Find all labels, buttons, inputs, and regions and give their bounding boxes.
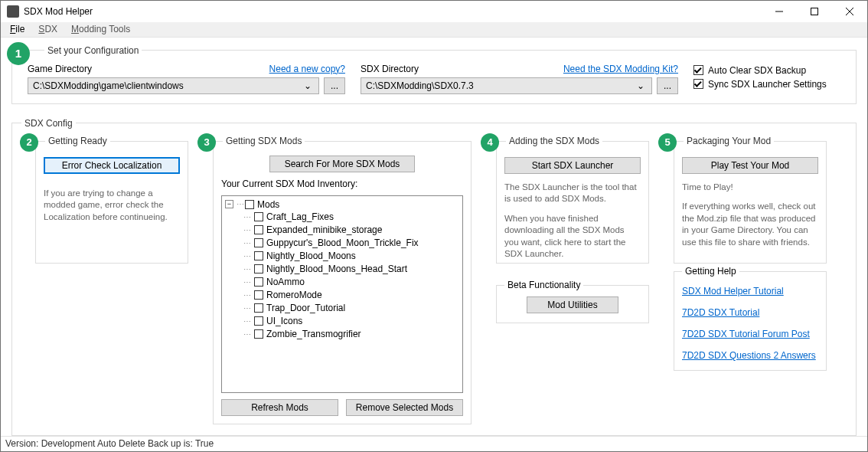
step-badge-4: 4 xyxy=(481,133,499,152)
close-button[interactable] xyxy=(832,1,867,22)
step-badge-1: 1 xyxy=(7,42,30,65)
sdx-directory-label: SDX Directory xyxy=(361,64,419,74)
tree-connector-icon: ⋯ xyxy=(243,291,251,300)
tree-item-label: Nightly_Blood_Moons xyxy=(266,251,356,261)
refresh-mods-button[interactable]: Refresh Mods xyxy=(221,399,338,416)
checkbox-icon[interactable] xyxy=(254,316,263,326)
step4-help2: When you have finished downloading all t… xyxy=(504,213,641,260)
need-kit-link[interactable]: Need the SDX Modding Kit? xyxy=(563,64,678,74)
menu-bar: File SDX Modding Tools xyxy=(1,22,867,38)
start-sdx-launcher-button[interactable]: Start SDX Launcher xyxy=(504,157,641,174)
tree-item[interactable]: ⋯Nightly_Blood_Moons_Head_Start xyxy=(243,263,459,276)
tree-item[interactable]: ⋯Expanded_minibike_storage xyxy=(243,224,459,237)
checkbox-icon xyxy=(693,79,703,89)
checkbox-icon[interactable] xyxy=(254,225,263,234)
config-checkboxes: Auto Clear SDX Backup Sync SDX Launcher … xyxy=(693,64,847,90)
error-check-localization-button[interactable]: Error Check Localization xyxy=(44,157,180,174)
help-link[interactable]: SDX Mod Helper Tutorial xyxy=(682,286,818,296)
tree-item-label: Trap_Door_Tutorial xyxy=(266,303,345,313)
app-window: SDX Mod Helper File SDX Modding Tools 1 … xyxy=(0,0,868,452)
menu-modding-tools[interactable]: Modding Tools xyxy=(71,24,130,34)
checkbox-icon[interactable] xyxy=(254,264,263,273)
sdx-config-legend: SDX Config xyxy=(21,118,76,129)
tree-connector-icon: ⋯ xyxy=(243,239,251,247)
checkbox-icon[interactable] xyxy=(254,238,263,247)
chevron-down-icon: ⌄ xyxy=(302,80,314,91)
tree-connector-icon: ⋯ xyxy=(243,304,251,313)
game-directory-label: Game Directory xyxy=(28,64,92,74)
sdx-directory-combo[interactable]: C:\SDXModding\SDX0.7.3 ⌄ xyxy=(361,77,652,94)
inventory-label: Your Current SDX Mod Inventory: xyxy=(221,179,463,189)
sdx-directory-block: SDX Directory Need the SDX Modding Kit? … xyxy=(361,64,678,94)
tree-item-label: Zombie_Transmogrifier xyxy=(266,329,361,339)
tree-root-label: Mods xyxy=(257,199,279,210)
search-mods-button[interactable]: Search For More SDX Mods xyxy=(269,156,415,172)
sdx-config-group: SDX Config 2 Getting Ready Error Check L… xyxy=(11,118,857,436)
step5-help1: Time to Play! xyxy=(682,182,818,194)
status-text: Version: Development Auto Delete Back up… xyxy=(5,438,214,449)
step2-help: If you are trying to change a modded gam… xyxy=(44,188,180,224)
menu-file[interactable]: File xyxy=(10,24,24,34)
tree-item[interactable]: ⋯Nightly_Blood_Moons xyxy=(243,250,459,263)
window-title: SDX Mod Helper xyxy=(24,6,762,17)
checkbox-icon[interactable] xyxy=(254,251,263,260)
browse-sdx-dir-button[interactable]: ... xyxy=(657,77,678,94)
checkbox-icon[interactable] xyxy=(254,212,263,221)
minimize-button[interactable] xyxy=(762,1,797,22)
remove-selected-mods-button[interactable]: Remove Selected Mods xyxy=(346,399,463,416)
tree-connector-icon: ⋯ xyxy=(243,317,251,326)
tree-item-label: NoAmmo xyxy=(266,277,305,287)
step-badge-2: 2 xyxy=(20,133,38,152)
checkbox-icon xyxy=(693,65,703,75)
step-badge-5: 5 xyxy=(658,133,677,152)
checkbox-icon[interactable] xyxy=(245,200,254,209)
checkbox-icon[interactable] xyxy=(254,277,263,287)
getting-ready-panel: Getting Ready Error Check Localization I… xyxy=(35,141,188,264)
configuration-group: Set your Configuration Game Directory Ne… xyxy=(11,45,857,104)
adding-sdx-mods-panel: Adding the SDX Mods Start SDX Launcher T… xyxy=(496,141,649,264)
tree-item[interactable]: ⋯RomeroMode xyxy=(243,289,459,302)
svg-rect-1 xyxy=(811,8,818,15)
app-icon xyxy=(7,5,19,18)
content-area: 1 Set your Configuration Game Directory … xyxy=(1,38,867,436)
game-directory-combo[interactable]: C:\SDXModding\game\clientwindows ⌄ xyxy=(28,77,319,94)
mod-tree[interactable]: − ⋯ Mods ⋯Craft_Lag_Fixes⋯Expanded_minib… xyxy=(221,195,463,393)
sync-launcher-checkbox[interactable]: Sync SDX Launcher Settings xyxy=(693,79,847,90)
auto-clear-checkbox[interactable]: Auto Clear SDX Backup xyxy=(693,65,847,76)
checkbox-icon[interactable] xyxy=(254,303,263,313)
tree-item[interactable]: ⋯Zombie_Transmogrifier xyxy=(243,328,459,341)
packaging-mod-panel: Packaging Your Mod Play Test Your Mod Ti… xyxy=(674,141,827,264)
tree-item[interactable]: ⋯NoAmmo xyxy=(243,276,459,289)
tree-connector-icon: ⋯ xyxy=(243,213,251,221)
tree-item-label: UI_Icons xyxy=(266,316,302,326)
beta-functionality-panel: Beta Functionality Mod Utilities xyxy=(496,285,649,323)
tree-item[interactable]: ⋯Craft_Lag_Fixes xyxy=(243,211,459,224)
browse-game-dir-button[interactable]: ... xyxy=(324,77,345,94)
game-directory-block: Game Directory Need a new copy? C:\SDXMo… xyxy=(28,64,345,94)
tree-connector-icon: ⋯ xyxy=(243,226,251,234)
checkbox-icon[interactable] xyxy=(254,290,263,300)
tree-item[interactable]: ⋯Guppycur's_Blood_Moon_Trickle_Fix xyxy=(243,237,459,250)
checkbox-icon[interactable] xyxy=(254,329,263,339)
menu-sdx[interactable]: SDX xyxy=(38,24,57,34)
play-test-mod-button[interactable]: Play Test Your Mod xyxy=(682,157,818,174)
chevron-down-icon: ⌄ xyxy=(635,80,647,91)
tree-connector-icon: ⋯ xyxy=(243,265,251,273)
getting-help-panel: Getting Help SDX Mod Helper Tutorial7D2D… xyxy=(674,271,827,371)
tree-connector-icon: ⋯ xyxy=(243,252,251,260)
configuration-legend: Set your Configuration xyxy=(44,45,142,56)
step4-help1: The SDX Launcher is the tool that is use… xyxy=(504,182,641,205)
tree-item-label: Guppycur's_Blood_Moon_Trickle_Fix xyxy=(266,237,419,248)
help-link[interactable]: 7D2D SDX Questions 2 Answers xyxy=(682,350,818,361)
tree-connector-icon: ⋯ xyxy=(243,330,251,339)
tree-item-label: Craft_Lag_Fixes xyxy=(266,211,334,222)
help-link[interactable]: 7D2D SDX Tutorial Forum Post xyxy=(682,329,818,339)
tree-item[interactable]: ⋯UI_Icons xyxy=(243,315,459,328)
step-badge-3: 3 xyxy=(197,133,216,152)
need-copy-link[interactable]: Need a new copy? xyxy=(269,64,345,74)
tree-collapse-icon[interactable]: − xyxy=(225,200,233,208)
mod-utilities-button[interactable]: Mod Utilities xyxy=(527,296,618,313)
maximize-button[interactable] xyxy=(797,1,832,22)
tree-item[interactable]: ⋯Trap_Door_Tutorial xyxy=(243,302,459,315)
help-link[interactable]: 7D2D SDX Tutorial xyxy=(682,307,818,318)
